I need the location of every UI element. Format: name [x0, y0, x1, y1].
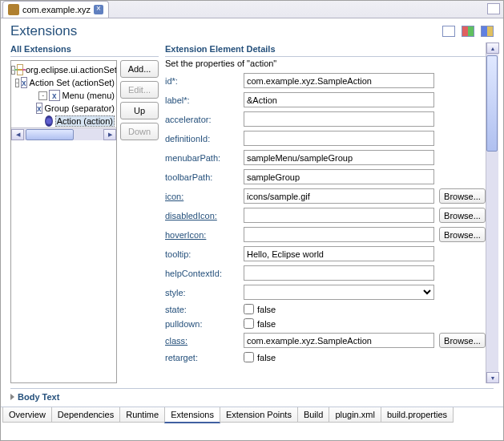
- element-icon: x: [36, 103, 42, 114]
- toolbar-icons: [442, 26, 494, 37]
- close-icon[interactable]: ×: [94, 5, 103, 14]
- page-title: Extensions: [10, 23, 77, 39]
- field-input-pulldown[interactable]: false: [244, 318, 434, 329]
- extensions-tree[interactable]: -org.eclipse.ui.actionSets-xAction Set (…: [10, 60, 117, 383]
- field-label-retarget: retarget:: [165, 353, 239, 362]
- scroll-thumb[interactable]: [486, 55, 498, 152]
- field-input-icon[interactable]: [244, 188, 434, 204]
- checkbox-pulldown[interactable]: [244, 318, 254, 329]
- tree-row[interactable]: -xMenu (menu): [11, 89, 116, 102]
- up-button[interactable]: Up: [120, 102, 159, 119]
- field-label-icon[interactable]: icon:: [165, 192, 239, 201]
- field-input-disabledIcon[interactable]: [244, 208, 434, 223]
- field-label-menubarPath: menubarPath:: [165, 153, 239, 163]
- tree-label: org.eclipse.ui.actionSets: [26, 65, 117, 75]
- editor-tab[interactable]: com.example.xyz ×: [2, 1, 109, 18]
- scroll-right-icon[interactable]: ▶: [103, 129, 116, 140]
- page-tab-build[interactable]: Build: [297, 407, 329, 423]
- view-icon-b[interactable]: [481, 26, 494, 37]
- checkbox-label: false: [257, 319, 276, 329]
- editor-tabbar: com.example.xyz ×: [1, 1, 503, 18]
- details: Extension Element Details Set the proper…: [165, 42, 486, 383]
- field-input-retarget[interactable]: false: [244, 352, 434, 362]
- checkbox-state[interactable]: [244, 304, 254, 314]
- expand-icon[interactable]: [10, 394, 14, 400]
- page-tab-runtime[interactable]: Runtime: [119, 407, 165, 423]
- details-title: Extension Element Details: [165, 42, 486, 57]
- left-panel: All Extensions -org.eclipse.ui.actionSet…: [10, 42, 159, 383]
- checkbox-retarget[interactable]: [244, 352, 254, 362]
- checkbox-label: false: [257, 353, 276, 362]
- field-input-hoverIcon[interactable]: [244, 227, 434, 242]
- field-input-label[interactable]: [244, 92, 434, 107]
- page-tab-plugin-xml[interactable]: plugin.xml: [329, 407, 381, 423]
- page-tab-dependencies[interactable]: Dependencies: [51, 407, 120, 423]
- page-tab-build-properties[interactable]: build.properties: [381, 407, 454, 423]
- twisty-icon[interactable]: -: [38, 91, 47, 100]
- element-icon: x: [21, 77, 27, 88]
- all-extensions-title: All Extensions: [10, 42, 159, 57]
- field-input-tooltip[interactable]: [244, 246, 434, 261]
- body-text-section[interactable]: Body Text: [10, 388, 494, 407]
- tree-label: Action Set (actionSet): [30, 78, 115, 87]
- field-label-class[interactable]: class:: [165, 336, 239, 346]
- down-button: Down: [120, 123, 159, 140]
- page-tab-extensions[interactable]: Extensions: [164, 407, 220, 423]
- tree-buttons: Add... Edit... Up Down: [120, 60, 159, 383]
- collapse-all-icon[interactable]: [442, 26, 455, 37]
- add-button[interactable]: Add...: [120, 60, 159, 78]
- field-label-disabledIcon[interactable]: disabledIcon:: [165, 211, 239, 220]
- field-input-style[interactable]: [244, 285, 434, 300]
- field-input-state[interactable]: false: [244, 304, 434, 314]
- element-icon: x: [49, 90, 59, 101]
- scroll-up-icon[interactable]: ▲: [486, 42, 499, 54]
- plugin-icon: [8, 4, 19, 15]
- scroll-down-icon[interactable]: ▼: [486, 372, 499, 383]
- browse-button-icon[interactable]: Browse...: [439, 188, 486, 204]
- tree-label: Group (separator): [45, 103, 115, 113]
- browse-button-hoverIcon[interactable]: Browse...: [439, 227, 486, 242]
- field-label-pulldown: pulldown:: [165, 319, 239, 329]
- page-tabs: OverviewDependenciesRuntimeExtensionsExt…: [1, 407, 503, 424]
- field-input-helpContextId[interactable]: [244, 265, 434, 281]
- field-input-accelerator[interactable]: [244, 111, 434, 127]
- tree-row[interactable]: xGroup (separator): [11, 102, 116, 115]
- action-icon: [45, 115, 53, 127]
- edit-button: Edit...: [120, 81, 159, 99]
- right-panel: Extension Element Details Set the proper…: [165, 42, 498, 383]
- editor-area: Extensions All Extensions -org.eclipse.u…: [1, 18, 503, 407]
- details-subtitle: Set the properties of "action": [165, 59, 486, 68]
- scroll-left-icon[interactable]: ◀: [11, 129, 24, 140]
- tree-row[interactable]: -org.eclipse.ui.actionSets: [11, 63, 116, 76]
- page-tab-extension-points[interactable]: Extension Points: [220, 407, 298, 423]
- field-input-definitionId[interactable]: [244, 131, 434, 146]
- field-label-helpContextId: helpContextId:: [165, 269, 239, 278]
- browse-button-class[interactable]: Browse...: [439, 333, 486, 348]
- view-icon-a[interactable]: [462, 26, 474, 37]
- editor-tab-label: com.example.xyz: [22, 5, 91, 14]
- title-row: Extensions: [1, 18, 503, 42]
- body-text-label: Body Text: [18, 392, 59, 402]
- horizontal-scrollbar[interactable]: ◀▶: [11, 127, 116, 140]
- twisty-icon[interactable]: -: [11, 66, 15, 75]
- twisty-icon[interactable]: -: [15, 79, 19, 87]
- field-input-class[interactable]: [244, 333, 434, 348]
- maximize-icon[interactable]: [487, 3, 500, 14]
- scroll-track[interactable]: [24, 129, 103, 140]
- field-label-accelerator: accelerator:: [165, 115, 239, 124]
- field-input-toolbarPath[interactable]: [244, 169, 434, 184]
- checkbox-label: false: [257, 305, 276, 314]
- tree-row[interactable]: -xAction Set (actionSet): [11, 76, 116, 89]
- scroll-thumb[interactable]: [26, 129, 74, 140]
- field-input-menubarPath[interactable]: [244, 150, 434, 165]
- browse-button-disabledIcon[interactable]: Browse...: [439, 208, 486, 223]
- field-label-hoverIcon[interactable]: hoverIcon:: [165, 230, 239, 240]
- vertical-scrollbar[interactable]: ▲ ▼: [486, 42, 498, 383]
- tree-row[interactable]: Action (action): [11, 115, 116, 127]
- field-label-style: style:: [165, 288, 239, 297]
- page-tab-overview[interactable]: Overview: [2, 407, 52, 423]
- field-input-id[interactable]: [244, 73, 434, 88]
- extension-point-icon: [17, 64, 23, 75]
- scroll-track[interactable]: [486, 54, 498, 372]
- field-label-state: state:: [165, 305, 239, 314]
